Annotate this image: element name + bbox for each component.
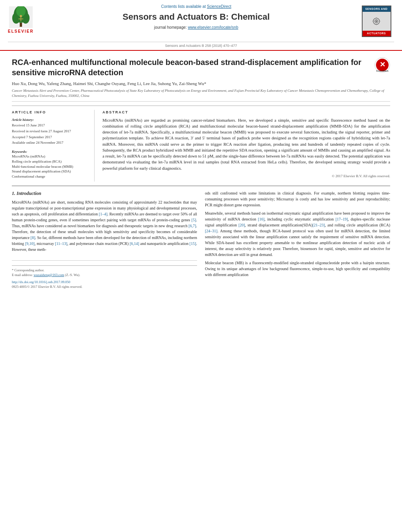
article-info-col: ARTICLE INFO Article history: Received 1… <box>12 110 95 182</box>
journal-header: ELSEVIER Contents lists available at Sci… <box>0 0 402 51</box>
intro-para-2: ods still confronted with some limitatio… <box>205 190 390 208</box>
article-wrapper: RCA-enhanced multifunctional molecule be… <box>0 51 402 289</box>
elsevier-tree-icon <box>9 6 33 28</box>
keyword-2: Rolling circle amplification (RCA) <box>12 159 90 164</box>
sensors-logo-top-text: SENSORS AND <box>363 6 391 12</box>
received-revised-date: Received in revised form 27 August 2017 <box>12 129 90 134</box>
article-history: Article history: Received 15 June 2017 R… <box>12 117 90 145</box>
journal-homepage: journal homepage: www.elsevier.com/locat… <box>41 25 351 30</box>
abstract-heading: ABSTRACT <box>102 110 390 115</box>
svg-text:CrossMark: CrossMark <box>376 70 389 72</box>
accepted-date: Accepted 7 September 2017 <box>12 135 90 140</box>
sensors-actuators-logo: SENSORS AND ACTUATORS <box>359 2 394 40</box>
authors: Huo Xu, Dong Wu, Yafeng Zhang, Haimei Sh… <box>12 81 390 87</box>
intro-section-title: 1. Introduction <box>12 190 197 197</box>
footer-divider <box>12 265 197 266</box>
abstract-text: MicroRNAs (miRNAs) are regarded as promi… <box>102 117 390 171</box>
doi-link[interactable]: http://dx.doi.org/10.1016/j.snb.2017.09.… <box>12 280 197 285</box>
article-title-row: RCA-enhanced multifunctional molecule be… <box>12 57 390 78</box>
email-line: E-mail address: wuzaisheng@163.com (Z.-S… <box>12 273 197 278</box>
svg-point-12 <box>376 20 377 22</box>
received-date: Received 15 June 2017 <box>12 123 90 128</box>
footer-email[interactable]: wuzaisheng@163.com <box>34 273 64 277</box>
sensors-icon <box>368 15 384 27</box>
article-info-abstract: ARTICLE INFO Article history: Received 1… <box>12 106 390 182</box>
svg-rect-1 <box>20 23 22 27</box>
article-info-heading: ARTICLE INFO <box>12 110 90 115</box>
sensors-logo-bottom-text: ACTUATORS <box>363 31 391 36</box>
journal-ref: Sensors and Actuators B 258 (2018) 470–4… <box>8 42 394 50</box>
article-title-section: RCA-enhanced multifunctional molecule be… <box>12 51 390 102</box>
body-left-col: 1. Introduction MicroRNAs (miRNAs) are s… <box>12 190 197 289</box>
keywords-label: Keywords: <box>12 149 90 154</box>
copyright: © 2017 Elsevier B.V. All rights reserved… <box>102 174 390 179</box>
crossmark-icon: ✕ CrossMark <box>374 57 390 73</box>
intro-para-3: Meanwhile, several methods based on isot… <box>205 210 390 258</box>
abstract-section: ABSTRACT MicroRNAs (miRNAs) are regarded… <box>102 110 390 178</box>
article-title: RCA-enhanced multifunctional molecule be… <box>12 57 370 78</box>
sciencedirect-text: Contents lists available at ScienceDirec… <box>41 4 351 9</box>
keyword-4: Strand displacement amplification (SDA) <box>12 169 90 174</box>
keyword-5: Conformational change <box>12 174 90 179</box>
body-two-col: 1. Introduction MicroRNAs (miRNAs) are s… <box>12 190 390 289</box>
body-section: 1. Introduction MicroRNAs (miRNAs) are s… <box>12 185 390 289</box>
keyword-3: Multi-functional molecular beacon (MMB) <box>12 164 90 169</box>
keyword-1: MicroRNAs (miRNAs) <box>12 154 90 159</box>
homepage-url[interactable]: www.elsevier.com/locate/snb <box>188 25 238 30</box>
history-label: Article history: <box>12 117 90 122</box>
sciencedirect-link[interactable]: ScienceDirect <box>207 4 231 9</box>
journal-title-area: Contents lists available at ScienceDirec… <box>34 2 359 32</box>
article-footer: * Corresponding author. E-mail address: … <box>12 260 197 289</box>
intro-left-text: MicroRNAs (miRNAs) are short, noncoding … <box>12 199 197 252</box>
sensors-logo-middle <box>363 12 391 31</box>
intro-para-4: Molecular beacon (MB) is a fluorescently… <box>205 260 390 278</box>
corresponding-author-note: * Corresponding author. E-mail address: … <box>12 265 197 289</box>
corresponding-label: * Corresponding author. <box>12 268 197 273</box>
intro-right-text: ods still confronted with some limitatio… <box>205 190 390 278</box>
elsevier-logo: ELSEVIER <box>8 2 34 38</box>
journal-title: Sensors and Actuators B: Chemical <box>41 11 351 23</box>
abstract-col: ABSTRACT MicroRNAs (miRNAs) are regarded… <box>102 110 390 182</box>
svg-text:✕: ✕ <box>380 61 385 69</box>
elsevier-label: ELSEVIER <box>8 29 34 34</box>
available-date: Available online 24 November 2017 <box>12 140 90 145</box>
intro-para-1: MicroRNAs (miRNAs) are short, noncoding … <box>12 199 197 252</box>
keywords-block: Keywords: MicroRNAs (miRNAs) Rolling cir… <box>12 149 90 179</box>
body-right-col: ods still confronted with some limitatio… <box>205 190 390 289</box>
issn: 0925-4005/© 2017 Elsevier B.V. All right… <box>12 285 197 289</box>
svg-point-6 <box>20 15 22 17</box>
affiliation: Cancer Metastasis Alert and Prevention C… <box>12 88 390 98</box>
